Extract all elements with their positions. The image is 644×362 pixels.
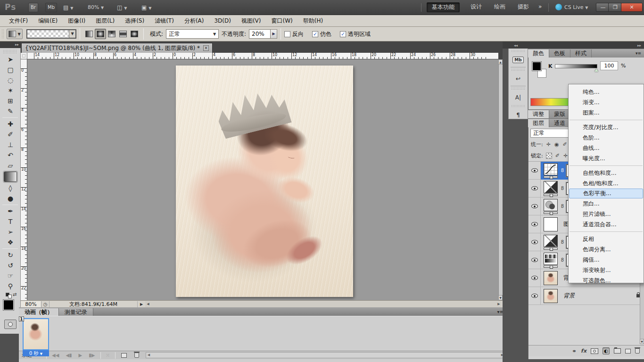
eyedropper-tool[interactable]: ✎ <box>0 106 21 116</box>
document-tab[interactable]: {YQ2AF)[TTO18%R$)JI~5OM.png @ 80% (曲线 1,… <box>21 43 213 53</box>
gradient-tool[interactable] <box>0 171 21 183</box>
paragraph-panel-icon[interactable]: ¶ <box>509 109 528 121</box>
status-flyout-arrow[interactable]: ▶ <box>138 302 145 306</box>
menu-item-4[interactable]: 选择(S) <box>120 16 149 26</box>
eye-icon[interactable] <box>531 294 538 298</box>
horizontal-ruler[interactable]: 1412108642024681012141618202224262830 <box>27 53 498 59</box>
lock-move-icon[interactable]: ✛ <box>563 152 568 159</box>
lasso-tool[interactable]: ◌ <box>0 75 21 85</box>
eye-icon[interactable] <box>531 204 538 208</box>
cs-live-button[interactable]: CS Live ▼ <box>555 4 588 10</box>
next-frame-icon[interactable]: ▮▶ <box>89 353 95 358</box>
menu-item-渐变[interactable]: 渐变... <box>569 97 644 107</box>
eye-icon[interactable] <box>531 240 538 244</box>
dock-grip[interactable] <box>511 68 525 72</box>
spot-healing-brush-tool[interactable]: ✚ <box>0 119 21 129</box>
workspace-essentials[interactable]: 基本功能 <box>427 2 460 12</box>
menu-item-7[interactable]: 3D(D) <box>209 16 236 25</box>
mini-bridge-panel-icon[interactable]: Mb <box>509 54 528 66</box>
brush-tool[interactable]: ✐ <box>0 129 21 140</box>
scroll-up-icon[interactable]: ▲ <box>498 59 503 65</box>
zoom-tool[interactable]: ⚲ <box>0 281 21 291</box>
crop-tool[interactable]: ⊞ <box>0 96 21 106</box>
delete-layer-icon[interactable] <box>635 348 640 354</box>
hand-tool[interactable]: ☞ <box>0 271 21 281</box>
menu-item-8[interactable]: 视图(V) <box>236 16 266 26</box>
eye-icon[interactable] <box>531 276 538 280</box>
menu-item-黑白[interactable]: 黑白... <box>569 198 644 209</box>
first-frame-icon[interactable]: ◀◀ <box>52 353 59 358</box>
restore-button[interactable]: ❐ <box>608 3 622 12</box>
menu-item-9[interactable]: 窗口(W) <box>266 16 298 26</box>
menu-item-反相[interactable]: 反相 <box>569 234 644 244</box>
linear-gradient-button[interactable] <box>83 29 95 39</box>
scroll-right-icon[interactable]: ▶ <box>496 301 502 307</box>
unify-visibility-icon[interactable]: ◉ <box>554 141 560 148</box>
menu-item-2[interactable]: 图像(I) <box>63 16 91 26</box>
menu-item-照片滤镜[interactable]: 照片滤镜... <box>569 209 644 219</box>
custom-shape-tool[interactable]: ❖ <box>0 237 21 247</box>
menu-item-10[interactable]: 帮助(H) <box>298 16 328 26</box>
new-frame-icon[interactable] <box>121 353 127 358</box>
menu-item-亮度/对比度[interactable]: 亮度/对比度... <box>569 122 644 132</box>
menu-item-3[interactable]: 图层(L) <box>91 16 120 26</box>
workspace-design[interactable]: 设计 <box>466 2 487 12</box>
layer-blend-mode-select[interactable]: 正常 <box>530 129 571 138</box>
canvas-area[interactable] <box>27 59 498 300</box>
clone-stamp-tool[interactable]: ⊥ <box>0 140 21 150</box>
diamond-gradient-button[interactable] <box>129 29 140 39</box>
history-panel-icon[interactable]: ↩ <box>509 73 528 85</box>
dock-collapse-icon[interactable]: ◂◂ <box>514 43 518 48</box>
unify-position-icon[interactable]: ✛ <box>546 141 551 148</box>
layer-visibility-cell[interactable] <box>528 233 541 251</box>
scroll-down-icon[interactable]: ▼ <box>498 295 503 300</box>
animation-frame-1[interactable] <box>23 318 49 350</box>
layer-row-7[interactable]: 背景 <box>528 287 644 305</box>
tween-icon[interactable]: ⁙ <box>106 353 110 358</box>
mini-bridge-button[interactable]: Mb <box>45 3 57 12</box>
delete-frame-icon[interactable] <box>134 353 139 358</box>
layer-row-content[interactable]: 背景 <box>541 287 644 305</box>
anim-scroll-left-icon[interactable]: ◀ <box>146 353 151 358</box>
menu-item-曝光度[interactable]: 曝光度... <box>569 153 644 164</box>
layer-visibility-cell[interactable] <box>528 162 541 180</box>
close-button[interactable]: ✕ <box>621 3 643 12</box>
layer-visibility-cell[interactable] <box>528 180 541 197</box>
3d-orbit-tool[interactable]: ↺ <box>0 260 21 271</box>
tab-swatches[interactable]: 色板 <box>549 49 570 58</box>
layer-visibility-cell[interactable] <box>528 287 541 305</box>
checkbox-reverse[interactable]: 反向 <box>284 30 304 38</box>
layer-visibility-cell[interactable] <box>528 215 541 233</box>
workspace-photography[interactable]: 摄影 <box>513 2 534 12</box>
menu-item-1[interactable]: 编辑(E) <box>33 16 63 26</box>
angle-gradient-button[interactable] <box>106 29 117 39</box>
menu-item-0[interactable]: 文件(F) <box>4 16 33 26</box>
frame-delay-select[interactable]: 0 秒 ▼ <box>23 350 49 356</box>
new-layer-icon[interactable] <box>625 349 631 354</box>
tab-masks[interactable]: 蒙版 <box>549 110 570 118</box>
tab-color[interactable]: 颜色 <box>528 49 549 58</box>
canvas-image[interactable] <box>176 66 353 297</box>
menu-item-色相/饱和度[interactable]: 色相/饱和度... <box>569 178 644 189</box>
dodge-tool[interactable]: ● <box>0 193 21 204</box>
dock-grip[interactable] <box>511 49 525 53</box>
quick-mask-button[interactable] <box>4 320 17 329</box>
character-panel-icon[interactable]: A| <box>509 91 528 104</box>
menu-item-可选颜色[interactable]: 可选颜色... <box>569 275 644 286</box>
pen-tool[interactable]: ✒ <box>0 206 21 216</box>
type-tool[interactable]: T <box>0 216 21 227</box>
vertical-scrollbar[interactable]: ▲ ▼ <box>498 59 503 300</box>
move-tool[interactable]: ➤ <box>0 54 21 65</box>
color-panel-menu-icon[interactable]: ▾≡ <box>636 51 641 56</box>
menu-item-渐变映射[interactable]: 渐变映射... <box>569 265 644 275</box>
eye-icon[interactable] <box>531 168 538 173</box>
horizontal-scrollbar[interactable]: ◀ ▶ <box>145 301 502 307</box>
tab-close-icon[interactable]: × <box>203 45 209 51</box>
tab-measurement-log[interactable]: 测量记录 <box>59 308 93 316</box>
lock-paint-icon[interactable]: ✐ <box>555 152 560 159</box>
ruler-origin-box[interactable] <box>21 53 27 59</box>
layer-visibility-cell[interactable] <box>528 197 541 215</box>
menu-item-曲线[interactable]: 曲线... <box>569 143 644 153</box>
status-zoom-field[interactable]: 80% <box>21 301 41 307</box>
panel-collapse-icon[interactable]: ▸▸ <box>637 43 641 48</box>
